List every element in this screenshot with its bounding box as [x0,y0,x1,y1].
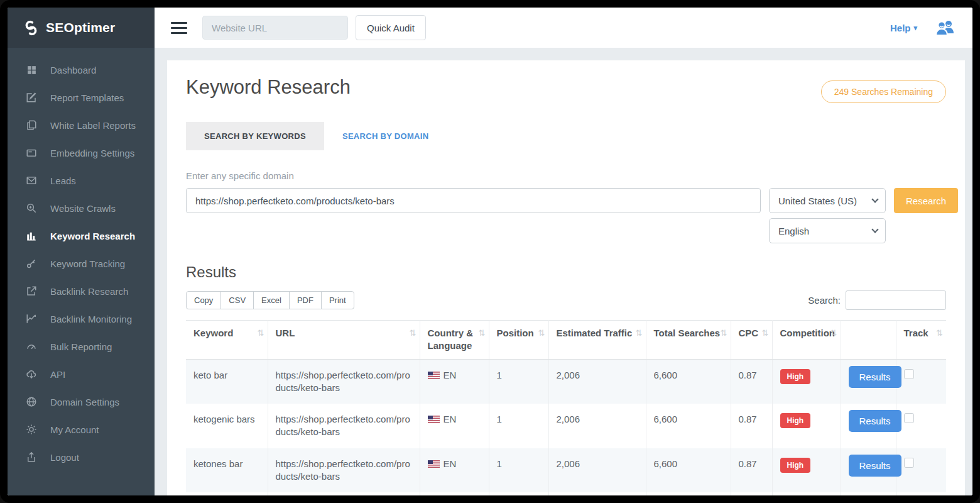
sidebar-item-report-templates[interactable]: Report Templates [8,84,155,111]
pencil-square-icon [25,92,38,103]
domain-field-label: Enter any specific domain [186,170,946,181]
sidebar-item-bulk-reporting[interactable]: Bulk Reporting [8,333,155,360]
position-cell: 2 [489,492,548,495]
table-row: ketogenic bars https://shop.perfectketo.… [186,404,946,448]
sidebar-item-label: Bulk Reporting [50,341,112,352]
cpc-cell: 0.87 [731,492,772,495]
competition-badge: High [780,413,811,428]
sidebar-item-label: Embedding Settings [50,148,134,158]
sidebar-item-website-crawls[interactable]: Website Crawls [8,194,155,222]
track-checkbox[interactable] [904,413,914,423]
us-flag-icon [428,372,440,379]
website-url-input[interactable] [202,16,348,40]
sidebar-item-keyword-research[interactable]: Keyword Research [8,222,155,250]
page-title: Keyword Research [186,75,351,100]
help-label: Help [890,23,911,33]
total-searches-cell: 6,600 [646,359,731,404]
sidebar-item-label: Backlink Monitoring [50,314,132,324]
sidebar-item-label: Domain Settings [50,397,119,407]
position-cell: 1 [489,404,548,448]
sidebar-item-logout[interactable]: Logout [8,443,155,471]
sort-icon[interactable]: ⇅ [410,328,416,339]
research-button[interactable]: Research [894,188,958,213]
help-menu[interactable]: Help ▾ [890,23,917,33]
sort-icon[interactable]: ⇅ [721,328,727,339]
menu-toggle-icon[interactable] [171,22,187,34]
line-chart-icon [25,313,38,324]
cpc-cell: 0.87 [731,404,772,448]
sidebar-item-backlink-research[interactable]: Backlink Research [8,277,155,305]
track-checkbox[interactable] [904,369,914,379]
us-flag-icon [428,460,440,468]
estimated-traffic-cell: 2,006 [548,448,646,493]
account-users-icon[interactable] [934,19,956,36]
sidebar-item-my-account[interactable]: My Account [8,416,155,443]
column-keyword[interactable]: Keyword⇅ [186,321,268,360]
tab-search-by-keywords[interactable]: SEARCH BY KEYWORDS [186,122,324,150]
table-row: keto bar https://shop.perfectketo.com/pr… [186,359,946,404]
country-language-cell: EN [428,458,481,470]
search-plus-icon [25,202,38,214]
column-country-language[interactable]: Country & Language⇅ [420,321,489,360]
cpc-cell: 0.87 [731,359,772,404]
sidebar-item-embedding-settings[interactable]: Embedding Settings [8,139,155,167]
embed-card-icon [25,147,38,158]
results-button[interactable]: Results [849,366,901,388]
excel-button[interactable]: Excel [253,291,290,309]
sidebar-item-white-label-reports[interactable]: White Label Reports [8,111,155,139]
us-flag-icon [428,416,440,423]
table-search-input[interactable] [846,290,946,310]
column-total-searches[interactable]: Total Searches⇅ [646,321,731,360]
results-button[interactable]: Results [849,455,901,477]
sort-icon[interactable]: ⇅ [762,328,769,339]
sidebar-item-dashboard[interactable]: Dashboard [8,57,155,84]
tab-search-by-domain[interactable]: SEARCH BY DOMAIN [324,122,447,150]
domain-input[interactable] [186,188,761,213]
track-checkbox[interactable] [904,458,914,468]
main-area: Quick Audit Help ▾ [155,8,972,495]
pdf-button[interactable]: PDF [289,291,322,309]
sidebar-item-backlink-monitoring[interactable]: Backlink Monitoring [8,305,155,333]
sort-icon[interactable]: ⇅ [479,328,486,339]
csv-button[interactable]: CSV [220,291,254,309]
url-cell: https://shop.perfectketo.com/products/ke… [268,492,420,495]
logout-icon [25,451,38,463]
bar-chart-icon [25,230,38,241]
sort-icon[interactable]: ⇅ [636,328,643,339]
keyword-cell: keto bar [186,359,268,404]
sort-icon[interactable]: ⇅ [830,328,837,339]
sort-icon[interactable]: ⇅ [538,328,545,339]
sort-icon[interactable]: ⇅ [258,328,264,339]
column-track[interactable]: Track⇅ [896,321,946,360]
country-select[interactable]: United States (US) [769,188,886,213]
table-row: keto bars https://shop.perfectketo.com/p… [186,492,946,495]
sidebar-item-label: Dashboard [50,65,96,75]
sort-icon[interactable]: ⇅ [936,328,943,339]
estimated-traffic-cell: 2,006 [548,359,646,404]
column-cpc[interactable]: CPC⇅ [731,321,772,360]
sidebar-item-leads[interactable]: Leads [8,167,155,194]
keyword-cell: ketones bar [186,448,268,493]
sidebar-item-api[interactable]: API [8,360,155,388]
column-url[interactable]: URL⇅ [268,321,420,360]
url-cell: https://shop.perfectketo.com/products/ke… [268,359,420,404]
copy-button[interactable]: Copy [186,291,221,309]
content-area: Keyword Research 249 Searches Remaining … [155,48,972,495]
print-button[interactable]: Print [321,291,354,309]
language-select[interactable]: English [769,218,886,243]
country-select-wrap: United States (US) [769,188,886,213]
column-position[interactable]: Position⇅ [489,321,548,360]
country-language-cell: EN [428,369,481,382]
results-button[interactable]: Results [849,410,901,432]
column-estimated-traffic[interactable]: Estimated Traffic⇅ [548,321,646,360]
quick-audit-button[interactable]: Quick Audit [356,15,426,40]
position-cell: 1 [489,359,548,404]
sidebar-item-keyword-tracking[interactable]: Keyword Tracking [8,250,155,277]
results-table: Keyword⇅ URL⇅ Country & Language⇅ Positi… [186,320,946,495]
brand-header[interactable]: SEOptimer [8,8,155,48]
gauge-icon [25,341,38,352]
caret-down-icon: ▾ [913,24,917,32]
export-button-group: Copy CSV Excel PDF Print [186,291,354,309]
sidebar-item-domain-settings[interactable]: Domain Settings [8,388,155,416]
column-competition[interactable]: Competition⇅ [772,321,841,360]
